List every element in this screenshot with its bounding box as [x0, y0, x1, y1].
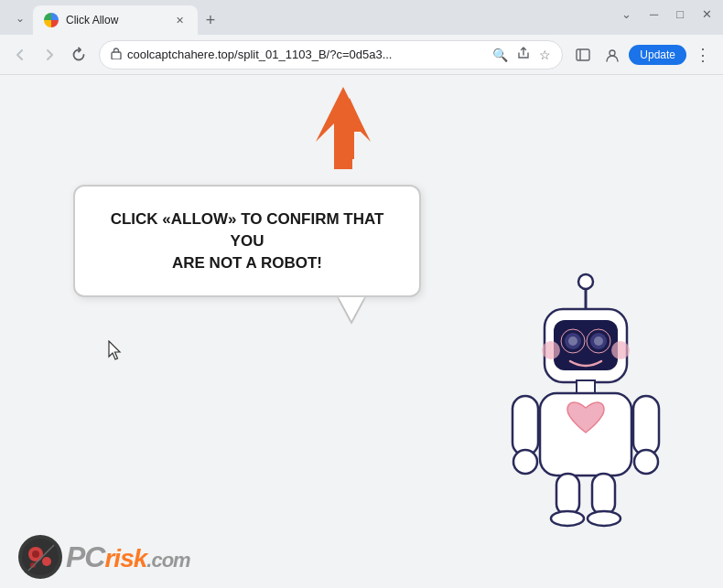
svg-point-21	[513, 450, 537, 474]
profile-button[interactable]	[599, 42, 625, 68]
address-bar[interactable]: coolcaptchahere.top/split_01_1103_B/?c=0…	[99, 40, 563, 69]
browser-toolbar: coolcaptchahere.top/split_01_1103_B/?c=0…	[0, 35, 723, 75]
pcrisk-watermark: PC risk .com	[18, 535, 190, 579]
search-icon[interactable]: 🔍	[492, 48, 508, 62]
svg-point-15	[594, 337, 603, 346]
svg-rect-20	[513, 396, 538, 455]
svg-rect-22	[633, 396, 659, 455]
svg-point-27	[588, 511, 620, 526]
chrome-menu-button[interactable]: ⋮	[690, 42, 716, 68]
svg-point-25	[551, 511, 584, 526]
svg-rect-0	[112, 52, 121, 59]
svg-rect-1	[577, 49, 589, 60]
window-maximize-button[interactable]: □	[676, 7, 684, 21]
svg-rect-24	[556, 474, 579, 515]
speech-bubble: CLICK «ALLOW» TO CONFIRM THAT YOU ARE NO…	[73, 185, 421, 297]
tab-favicon	[44, 13, 59, 27]
new-tab-button[interactable]: +	[198, 7, 223, 33]
pcrisk-pc-text: PC	[66, 540, 104, 574]
pcrisk-com-text: .com	[146, 549, 189, 572]
tab-title: Click Allow	[66, 14, 165, 27]
svg-point-31	[42, 557, 51, 566]
sidebar-button[interactable]	[570, 42, 596, 68]
bookmark-icon[interactable]: ☆	[539, 48, 551, 62]
svg-point-30	[32, 551, 39, 558]
mouse-cursor	[108, 340, 126, 366]
browser-window: ⌄ Click Allow ✕ + ⌄ ─ □ ✕	[0, 0, 723, 588]
tab-close-button[interactable]: ✕	[172, 13, 187, 27]
active-tab[interactable]: Click Allow ✕	[33, 5, 198, 35]
svg-point-16	[542, 341, 560, 359]
pcrisk-logo	[18, 535, 62, 579]
svg-point-12	[568, 337, 577, 346]
svg-rect-26	[592, 474, 615, 515]
svg-point-23	[634, 450, 658, 474]
page-content: CLICK «ALLOW» TO CONFIRM THAT YOU ARE NO…	[0, 75, 723, 588]
arrow-up-indicator	[302, 82, 384, 177]
forward-button[interactable]	[37, 42, 62, 68]
url-text: coolcaptchahere.top/split_01_1103_B/?c=0…	[127, 48, 487, 61]
tab-list-chevron[interactable]: ⌄	[7, 5, 33, 31]
ssl-lock-icon	[111, 47, 122, 62]
svg-point-7	[578, 274, 593, 289]
update-button[interactable]: Update	[629, 45, 686, 65]
svg-rect-19	[540, 393, 631, 476]
svg-point-17	[611, 341, 630, 359]
back-button[interactable]	[7, 42, 33, 68]
window-close-button[interactable]: ✕	[702, 7, 712, 21]
pcrisk-risk-text: risk	[104, 544, 146, 573]
refresh-button[interactable]	[66, 42, 92, 68]
svg-point-3	[610, 50, 615, 56]
window-minimize-button[interactable]: ─	[650, 7, 658, 21]
share-icon[interactable]	[517, 47, 530, 62]
robot-illustration	[485, 259, 686, 533]
bubble-text: CLICK «ALLOW» TO CONFIRM THAT YOU ARE NO…	[101, 208, 394, 273]
window-chevron-down[interactable]: ⌄	[621, 7, 631, 21]
